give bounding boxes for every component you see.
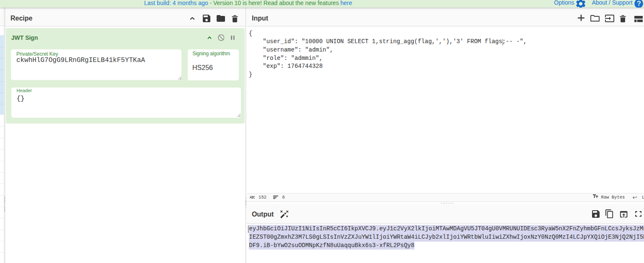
svg-text:ABC: ABC	[250, 196, 255, 199]
